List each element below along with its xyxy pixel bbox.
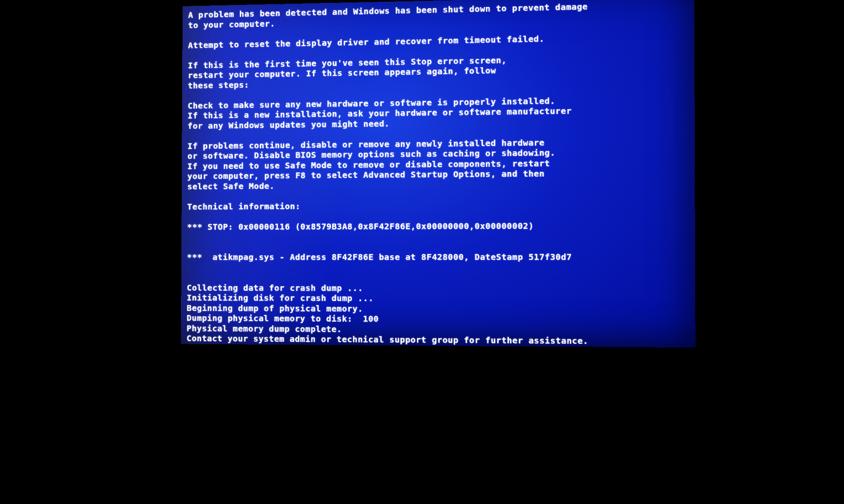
bsod-dump-line-1: Collecting data for crash dump ...: [187, 282, 363, 293]
bsod-dump-line-3: Beginning dump of physical memory.: [187, 303, 363, 313]
bsod-screen: A problem has been detected and Windows …: [181, 0, 696, 348]
bsod-dump-line-2: Initializing disk for crash dump ...: [187, 293, 373, 303]
bsod-check-hw: Check to make sure any new hardware or s…: [188, 96, 572, 131]
monitor-photo-frame: A problem has been detected and Windows …: [132, 0, 712, 346]
bsod-dump-line-5: Physical memory dump complete.: [187, 323, 342, 334]
bsod-intro: A problem has been detected and Windows …: [188, 1, 588, 30]
bsod-tech-header: Technical information:: [187, 201, 300, 211]
bsod-first-time: If this is the first time you've seen th…: [188, 55, 507, 90]
bsod-if-problems: If problems continue, disable or remove …: [187, 137, 555, 191]
bsod-module-line: *** atikmpag.sys - Address 8F42F86E base…: [187, 252, 572, 262]
bsod-error-message: Attempt to reset the display driver and …: [188, 33, 544, 50]
bsod-text-block: A problem has been detected and Windows …: [187, 0, 689, 347]
bsod-stop-line: *** STOP: 0x00000116 (0x8579B3A8,0x8F42F…: [187, 221, 534, 232]
bsod-contact-line: Contact your system admin or technical s…: [187, 333, 588, 346]
bsod-dump-line-4: Dumping physical memory to disk: 100: [187, 313, 379, 324]
